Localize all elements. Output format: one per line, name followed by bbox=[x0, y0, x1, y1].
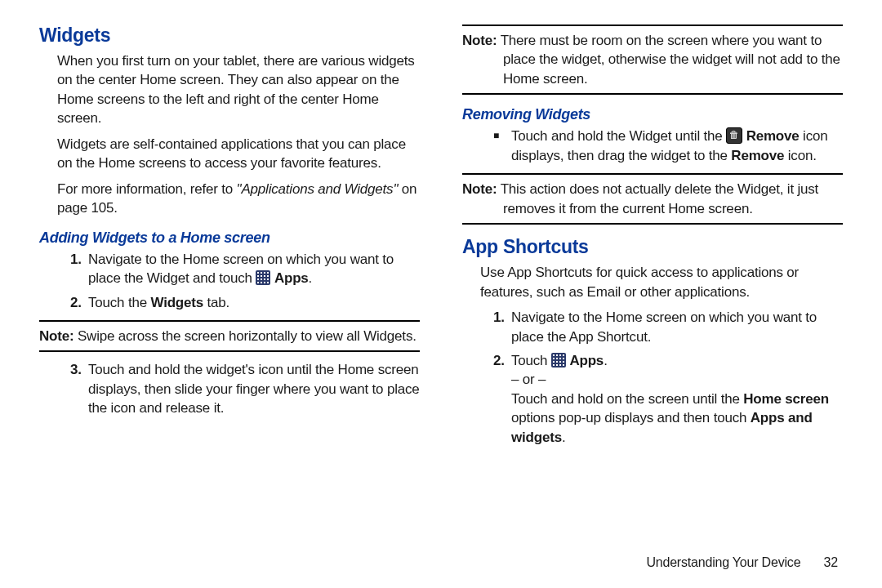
page-footer: Understanding Your Device 32 bbox=[646, 555, 838, 570]
or-separator: – or – bbox=[511, 372, 546, 387]
step-body: Navigate to the Home screen on which you… bbox=[88, 250, 420, 288]
step-body: Touch the Widgets tab. bbox=[88, 293, 420, 312]
widgets-crossref: For more information, refer to "Applicat… bbox=[57, 180, 420, 218]
note-text: Swipe across the screen horizontally to … bbox=[74, 328, 416, 344]
removing-widgets-list: ■ Touch and hold the Widget until the Re… bbox=[493, 127, 843, 165]
left-column: Widgets When you first turn on your tabl… bbox=[39, 24, 441, 572]
step-2-text-a: Touch the bbox=[88, 295, 150, 310]
widgets-intro-1: When you first turn on your tablet, ther… bbox=[57, 51, 420, 128]
bullet-body: Touch and hold the Widget until the Remo… bbox=[511, 127, 843, 165]
step-2-text-c: tab. bbox=[203, 295, 229, 310]
app-shortcuts-steps: 1. Navigate to the Home screen on which … bbox=[493, 308, 843, 447]
step-number: 1. bbox=[70, 250, 88, 288]
note-block-swipe: Note: Swipe across the screen horizontal… bbox=[39, 320, 420, 352]
heading-adding-widgets: Adding Widgets to a Home screen bbox=[39, 229, 420, 247]
note-label: Note: bbox=[39, 328, 74, 344]
note-label: Note: bbox=[462, 33, 497, 48]
widgets-tab-label: Widgets bbox=[150, 295, 203, 310]
note-label: Note: bbox=[462, 181, 497, 197]
rem-text-a: Touch and hold the Widget until the bbox=[511, 128, 726, 144]
manual-page: Widgets When you first turn on your tabl… bbox=[0, 0, 882, 588]
heading-widgets: Widgets bbox=[39, 24, 420, 47]
crossref-title: "Applications and Widgets" bbox=[237, 181, 399, 197]
note-line: Note: Swipe across the screen horizontal… bbox=[39, 327, 420, 345]
note-text: There must be room on the screen where y… bbox=[497, 33, 840, 87]
adding-widgets-steps: 1. Navigate to the Home screen on which … bbox=[70, 250, 420, 312]
step-2-text-d: options pop-up displays and then touch bbox=[511, 410, 751, 425]
trash-remove-icon bbox=[726, 127, 742, 144]
note-line: Note: There must be room on the screen w… bbox=[462, 31, 843, 88]
step-number: 3. bbox=[70, 360, 88, 417]
app-shortcuts-intro: Use App Shortcuts for quick access to ap… bbox=[480, 263, 843, 301]
step-1: 1. Navigate to the Home screen on which … bbox=[493, 308, 843, 346]
heading-removing-widgets: Removing Widgets bbox=[462, 106, 843, 123]
remove-label-2: Remove bbox=[731, 148, 784, 163]
step-number: 2. bbox=[493, 351, 511, 447]
step-number: 2. bbox=[70, 293, 88, 312]
apps-grid-icon bbox=[551, 353, 566, 368]
rem-text-e: icon. bbox=[784, 148, 816, 163]
note-line: Note: This action does not actually dele… bbox=[462, 180, 843, 218]
widgets-intro-2: Widgets are self-contained applications … bbox=[57, 135, 420, 173]
crossref-lead: For more information, refer to bbox=[57, 181, 237, 197]
step-1: 1. Navigate to the Home screen on which … bbox=[70, 250, 420, 288]
step-2: 2. Touch the Widgets tab. bbox=[70, 293, 420, 312]
bullet-mark-icon: ■ bbox=[493, 127, 511, 165]
note-text: This action does not actually delete the… bbox=[497, 181, 818, 216]
step-2-text-b: . bbox=[604, 353, 608, 368]
step-body: Touch Apps. – or – Touch and hold on the… bbox=[511, 351, 843, 447]
step-1-text-b: . bbox=[309, 270, 313, 286]
step-number: 1. bbox=[493, 308, 511, 346]
heading-app-shortcuts: App Shortcuts bbox=[462, 236, 843, 258]
bullet-item: ■ Touch and hold the Widget until the Re… bbox=[493, 127, 843, 165]
apps-label: Apps bbox=[274, 270, 309, 286]
apps-grid-icon bbox=[256, 270, 270, 285]
step-2: 2. Touch Apps. – or – Touch and hold on … bbox=[493, 351, 843, 447]
note-block-room: Note: There must be room on the screen w… bbox=[462, 24, 843, 95]
right-column: Note: There must be room on the screen w… bbox=[441, 24, 843, 572]
step-body: Navigate to the Home screen on which you… bbox=[511, 308, 843, 346]
step-body: Touch and hold the widget's icon until t… bbox=[88, 360, 420, 417]
page-number: 32 bbox=[824, 555, 838, 570]
apps-label: Apps bbox=[569, 353, 604, 368]
footer-section-title: Understanding Your Device bbox=[646, 555, 800, 569]
step-2-text-c: Touch and hold on the screen until the bbox=[511, 391, 743, 407]
note-block-not-delete: Note: This action does not actually dele… bbox=[462, 173, 843, 225]
remove-label-1: Remove bbox=[746, 128, 800, 144]
step-2-text-e: . bbox=[562, 430, 566, 445]
step-1-text-a: Navigate to the Home screen on which you… bbox=[88, 252, 394, 286]
home-screen-label: Home screen bbox=[743, 391, 829, 407]
step-3: 3. Touch and hold the widget's icon unti… bbox=[70, 360, 420, 417]
step-2-text-a: Touch bbox=[511, 353, 551, 368]
adding-widgets-steps-cont: 3. Touch and hold the widget's icon unti… bbox=[70, 360, 420, 417]
